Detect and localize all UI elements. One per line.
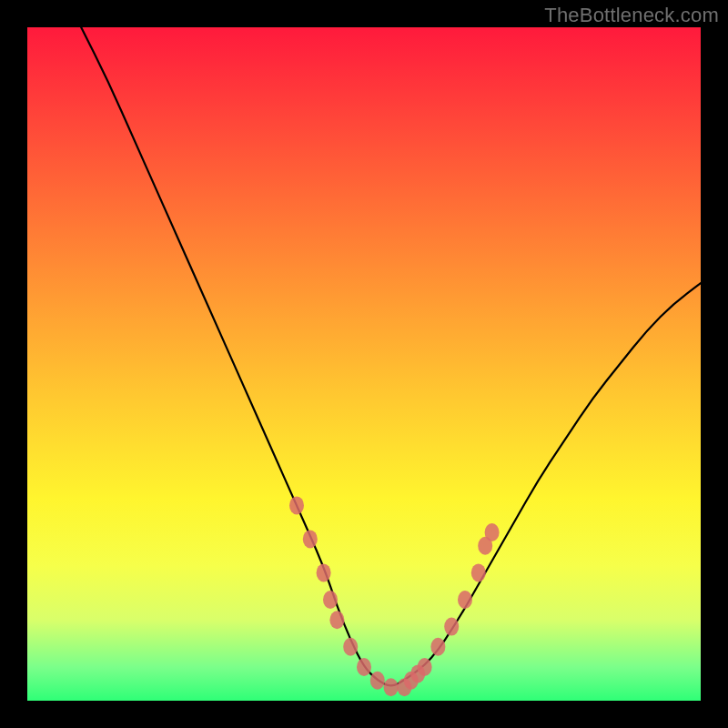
curve-marker (317, 563, 331, 581)
curve-marker (343, 638, 358, 656)
curve-marker (323, 591, 338, 609)
curve-group (81, 27, 701, 685)
curve-marker (485, 523, 500, 541)
curve-marker (471, 563, 486, 581)
chart-frame: TheBottleneck.com (0, 0, 728, 728)
curve-marker (303, 530, 318, 548)
curve-marker (357, 658, 371, 676)
chart-svg (27, 27, 701, 701)
curve-marker (458, 591, 472, 609)
curve-marker (289, 496, 304, 514)
curve-marker (384, 678, 399, 696)
curve-marker (418, 658, 432, 676)
curve-marker (370, 672, 385, 690)
curve-marker (430, 638, 445, 656)
chart-plot-area (27, 27, 701, 701)
marker-group (289, 496, 500, 696)
curve-marker (329, 611, 344, 629)
curve-marker (444, 618, 459, 636)
watermark-text: TheBottleneck.com (544, 4, 719, 27)
bottleneck-curve (81, 27, 701, 685)
